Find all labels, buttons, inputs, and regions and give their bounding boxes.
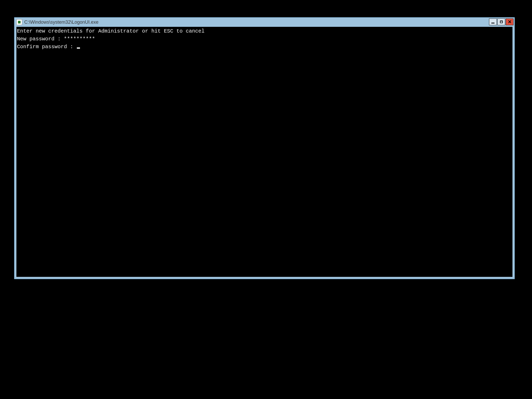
minimize-icon	[491, 23, 494, 23]
new-password-label: New password :	[17, 36, 64, 42]
console-output[interactable]: Enter new credentials for Administrator …	[16, 27, 512, 277]
console-line-confirm-password: Confirm password :	[17, 43, 512, 51]
console-line-instruction: Enter new credentials for Administrator …	[17, 27, 512, 35]
new-password-value: **********	[64, 36, 95, 42]
app-icon-glyph	[18, 21, 21, 23]
confirm-password-label: Confirm password :	[17, 44, 76, 50]
text-cursor	[77, 47, 80, 49]
app-icon	[16, 19, 22, 25]
desktop-background: C:\Windows\system32\LogonUI.exe ✕ Enter …	[0, 0, 532, 399]
maximize-button[interactable]	[497, 18, 505, 25]
minimize-button[interactable]	[489, 18, 497, 25]
close-icon: ✕	[508, 20, 512, 24]
window-controls: ✕	[489, 18, 514, 25]
close-button[interactable]: ✕	[506, 18, 514, 25]
console-line-new-password: New password : **********	[17, 35, 512, 43]
maximize-icon	[500, 21, 503, 23]
titlebar[interactable]: C:\Windows\system32\LogonUI.exe ✕	[14, 17, 515, 27]
console-window: C:\Windows\system32\LogonUI.exe ✕ Enter …	[14, 17, 515, 279]
window-title: C:\Windows\system32\LogonUI.exe	[24, 20, 98, 25]
